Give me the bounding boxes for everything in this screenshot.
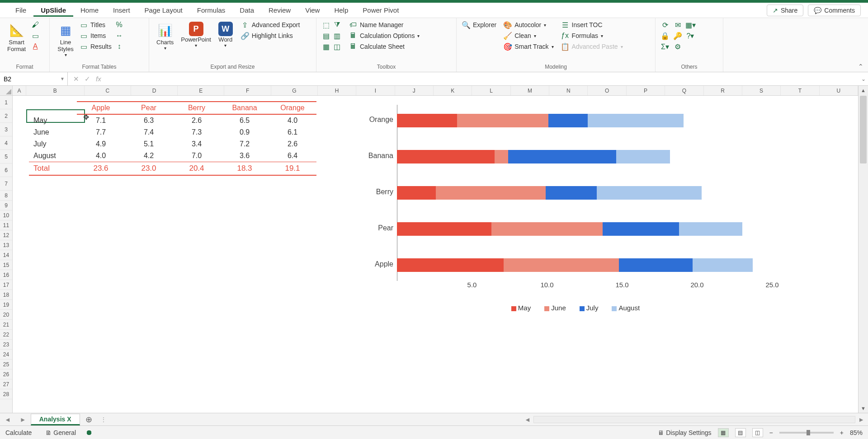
insert-toc-button[interactable]: ☰Insert TOC bbox=[561, 21, 623, 29]
table-cell[interactable]: 4.2 bbox=[125, 150, 173, 162]
col-header-H[interactable]: H bbox=[318, 86, 356, 95]
collapse-ribbon-button[interactable]: ⌃ bbox=[858, 63, 863, 70]
clean-button[interactable]: 🧹Clean ▾ bbox=[504, 32, 553, 40]
row-header-24[interactable]: 24 bbox=[0, 350, 12, 360]
zoom-slider[interactable] bbox=[779, 432, 834, 434]
add-sheet-button[interactable]: ⊕ bbox=[80, 415, 98, 425]
share-button[interactable]: ↗Share bbox=[767, 5, 803, 16]
toolbox-icon[interactable]: ⬚ bbox=[322, 21, 330, 29]
menu-tab-file[interactable]: File bbox=[8, 4, 33, 17]
horizontal-scrollbar[interactable] bbox=[533, 416, 855, 423]
row-header-8[interactable]: 8 bbox=[0, 191, 12, 201]
row-header-4[interactable]: 4 bbox=[0, 136, 12, 150]
menu-tab-page-layout[interactable]: Page Layout bbox=[137, 4, 190, 17]
zoom-in-button[interactable]: + bbox=[840, 429, 844, 436]
row-header-5[interactable]: 5 bbox=[0, 150, 12, 163]
table-cell[interactable]: 7.3 bbox=[173, 126, 221, 138]
table-cell[interactable]: 2.6 bbox=[269, 138, 316, 150]
zoom-value[interactable]: 85% bbox=[850, 429, 863, 436]
table-cell[interactable]: 6.5 bbox=[221, 114, 269, 126]
col-header-M[interactable]: M bbox=[511, 86, 549, 95]
table-cell[interactable]: 4.0 bbox=[77, 150, 125, 162]
toolbox-icon5[interactable]: ◫ bbox=[333, 42, 341, 51]
row-header-18[interactable]: 18 bbox=[0, 290, 12, 300]
row-header-21[interactable]: 21 bbox=[0, 320, 12, 330]
explorer-button[interactable]: 🔍Explorer bbox=[462, 21, 496, 29]
grid-icon[interactable]: ▦▾ bbox=[686, 21, 694, 29]
row-header-10[interactable]: 10 bbox=[0, 210, 12, 220]
fx-icon[interactable]: fx bbox=[96, 75, 101, 83]
column-headers[interactable]: ABCDEFGHIJKLMNOPQRSTU bbox=[13, 86, 858, 96]
status-general[interactable]: 🗎 General bbox=[45, 429, 76, 436]
col-header-R[interactable]: R bbox=[704, 86, 742, 95]
col-header-L[interactable]: L bbox=[472, 86, 510, 95]
chart-bar-berry[interactable] bbox=[397, 186, 702, 200]
scroll-up-button[interactable]: ▲ bbox=[859, 86, 868, 95]
filter-icon[interactable]: ⧩ bbox=[333, 21, 341, 29]
key-icon[interactable]: 🔑 bbox=[674, 32, 682, 40]
macro-record-icon[interactable]: ⏺ bbox=[85, 429, 93, 437]
col-header-I[interactable]: I bbox=[356, 86, 395, 95]
hscroll-left[interactable]: ◄ bbox=[524, 416, 531, 423]
row-header-14[interactable]: 14 bbox=[0, 250, 12, 260]
refresh-icon[interactable]: ⟳ bbox=[661, 21, 669, 29]
hscroll-right[interactable]: ► bbox=[858, 416, 864, 423]
page-layout-view-button[interactable]: ▤ bbox=[735, 428, 746, 437]
autocolor-button[interactable]: 🎨Autocolor ▾ bbox=[504, 21, 553, 29]
chart-bar-apple[interactable] bbox=[397, 258, 753, 272]
row-header-1[interactable]: 1 bbox=[0, 96, 12, 109]
menu-tab-formulas[interactable]: Formulas bbox=[190, 4, 233, 17]
mail-icon[interactable]: ✉ bbox=[674, 21, 682, 29]
percent-icon[interactable]: % bbox=[115, 21, 123, 29]
col-header-P[interactable]: P bbox=[627, 86, 665, 95]
col-header-J[interactable]: J bbox=[395, 86, 434, 95]
table-cell[interactable]: July bbox=[29, 138, 77, 150]
row-header-6[interactable]: 6 bbox=[0, 163, 12, 177]
status-calculate[interactable]: Calculate bbox=[5, 429, 32, 436]
row-header-16[interactable]: 16 bbox=[0, 270, 12, 280]
menu-tab-home[interactable]: Home bbox=[73, 4, 106, 17]
line-styles-button[interactable]: ▦Line Styles▾ bbox=[55, 21, 76, 58]
row-header-13[interactable]: 13 bbox=[0, 240, 12, 250]
table-cell[interactable]: 7.2 bbox=[221, 138, 269, 150]
table-cell[interactable]: 6.4 bbox=[269, 150, 316, 162]
menu-tab-power-pivot[interactable]: Power Pivot bbox=[355, 4, 406, 17]
row-header-26[interactable]: 26 bbox=[0, 369, 12, 379]
zoom-out-button[interactable]: − bbox=[769, 429, 773, 436]
smart-format-button[interactable]: 📐 Smart Format bbox=[5, 21, 28, 53]
row-header-23[interactable]: 23 bbox=[0, 340, 12, 350]
name-manager-button[interactable]: 🏷Name Manager bbox=[349, 21, 420, 29]
advanced-export-button[interactable]: ⇪Advanced Export bbox=[241, 21, 300, 29]
vertical-scrollbar[interactable]: ▲ ▼ bbox=[858, 86, 868, 413]
comments-button[interactable]: 💬Comments bbox=[808, 5, 861, 16]
chart-bar-pear[interactable] bbox=[397, 222, 742, 236]
results-button[interactable]: ▭Results bbox=[80, 42, 112, 51]
accept-icon[interactable]: ✓ bbox=[85, 75, 90, 83]
row-header-12[interactable]: 12 bbox=[0, 230, 12, 240]
row-header-7[interactable]: 7 bbox=[0, 177, 12, 191]
menu-tab-upslide[interactable]: UpSlide bbox=[33, 4, 73, 17]
menu-tab-view[interactable]: View bbox=[298, 4, 327, 17]
lock-icon[interactable]: 🔒 bbox=[661, 32, 669, 40]
table-cell[interactable]: 3.6 bbox=[221, 150, 269, 162]
formulas-button[interactable]: ƒxFormulas ▾ bbox=[561, 32, 623, 40]
smart-track-button[interactable]: 🎯Smart Track ▾ bbox=[504, 42, 553, 51]
row-header-25[interactable]: 25 bbox=[0, 360, 12, 369]
toolbox-icon2[interactable]: ▤ bbox=[322, 32, 330, 40]
row-header-15[interactable]: 15 bbox=[0, 260, 12, 270]
menu-tab-help[interactable]: Help bbox=[327, 4, 355, 17]
height-icon[interactable]: ↕ bbox=[115, 42, 123, 51]
normal-view-button[interactable]: ▦ bbox=[718, 428, 729, 437]
expand-formula-bar[interactable]: ⌄ bbox=[859, 76, 868, 82]
col-header-N[interactable]: N bbox=[549, 86, 588, 95]
row-header-20[interactable]: 20 bbox=[0, 310, 12, 320]
table-cell[interactable]: 6.3 bbox=[125, 114, 173, 126]
col-header-G[interactable]: G bbox=[271, 86, 318, 95]
items-button[interactable]: ▭Items bbox=[80, 32, 112, 40]
page-break-view-button[interactable]: ◫ bbox=[752, 428, 763, 437]
scroll-thumb[interactable] bbox=[860, 96, 867, 163]
chart-bar-orange[interactable] bbox=[397, 114, 684, 127]
table-cell[interactable]: 5.1 bbox=[125, 138, 173, 150]
table-cell[interactable]: June bbox=[29, 126, 77, 138]
col-header-O[interactable]: O bbox=[588, 86, 626, 95]
